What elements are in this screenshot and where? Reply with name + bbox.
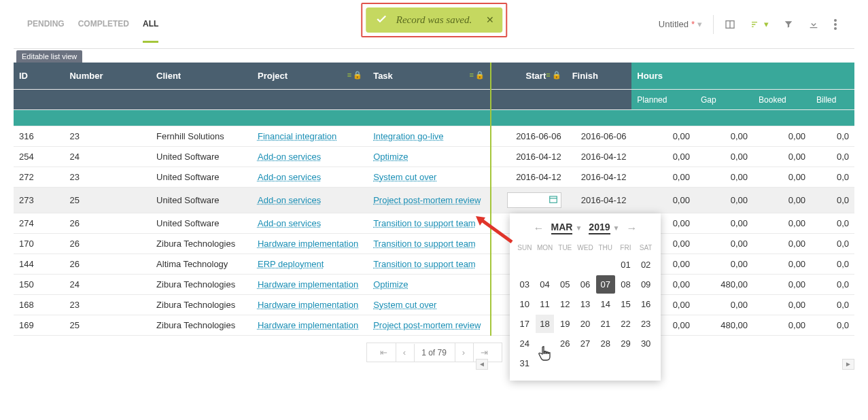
cell-id[interactable]: 273: [14, 188, 64, 213]
report-name-dropdown[interactable]: Untitled * ▾: [655, 15, 706, 33]
cell-number[interactable]: 24: [64, 275, 151, 295]
cell-number[interactable]: 23: [64, 167, 151, 188]
next-month-icon[interactable]: →: [626, 222, 637, 234]
cell-gap[interactable]: 0,00: [695, 213, 753, 234]
table-row[interactable]: 14426Altima TechnologyERP deploymentTran…: [14, 254, 854, 275]
calendar-day[interactable]: 23: [636, 315, 655, 333]
cell-gap[interactable]: 480,00: [695, 275, 753, 295]
cell-start[interactable]: 2016-04-12: [491, 167, 567, 188]
cell-gap[interactable]: 0,00: [695, 295, 753, 315]
cell-gap[interactable]: 0,00: [695, 234, 753, 254]
table-row[interactable]: 31623Fernhill SolutionsFinancial integra…: [14, 126, 854, 147]
cell-task[interactable]: Project post-mortem review: [368, 188, 491, 213]
month-select[interactable]: MAR▼: [551, 222, 583, 234]
calendar-day[interactable]: 13: [576, 295, 595, 313]
cell-number[interactable]: 23: [64, 126, 151, 147]
calendar-day[interactable]: 12: [555, 295, 574, 313]
calendar-day[interactable]: 28: [596, 334, 615, 353]
calendar-day[interactable]: 01: [617, 256, 636, 274]
cell-task[interactable]: Optimize: [368, 275, 491, 295]
cell-project[interactable]: ERP deployment: [252, 254, 368, 275]
calendar-day[interactable]: 15: [617, 295, 636, 313]
cell-id[interactable]: 254: [14, 147, 64, 167]
cell-id[interactable]: 274: [14, 213, 64, 234]
table-row[interactable]: 16925Zibura TechnologiesHardware impleme…: [14, 315, 854, 336]
cell-task[interactable]: Transition to support team: [368, 234, 491, 254]
cell-client[interactable]: Fernhill Solutions: [151, 126, 252, 147]
cell-billed[interactable]: 0,0: [811, 147, 854, 167]
cell-booked[interactable]: 0,00: [753, 254, 811, 275]
cell-billed[interactable]: 0,0: [811, 315, 854, 336]
cell-client[interactable]: Zibura Technologies: [151, 295, 252, 315]
cell-booked[interactable]: 0,00: [753, 147, 811, 167]
calendar-day[interactable]: 24: [515, 334, 534, 353]
table-row[interactable]: 17026Zibura TechnologiesHardware impleme…: [14, 234, 854, 254]
cell-client[interactable]: United Software: [151, 147, 252, 167]
calendar-day[interactable]: 18: [536, 315, 555, 333]
col-id[interactable]: ID: [14, 63, 64, 90]
calendar-day[interactable]: 27: [576, 334, 595, 353]
cell-task[interactable]: Integration go-live: [368, 126, 491, 147]
cell-number[interactable]: 23: [64, 295, 151, 315]
calendar-day[interactable]: 11: [536, 295, 555, 313]
calendar-icon[interactable]: [549, 194, 558, 206]
col-number[interactable]: Number: [64, 63, 151, 90]
start-date-input[interactable]: [507, 192, 561, 208]
cell-billed[interactable]: 0,0: [811, 254, 854, 275]
cell-number[interactable]: 25: [64, 315, 151, 336]
table-row[interactable]: 27426United SoftwareAdd-on servicesTrans…: [14, 213, 854, 234]
calendar-day[interactable]: 30: [636, 334, 655, 353]
cell-finish[interactable]: 2016-04-12: [567, 147, 632, 167]
cell-billed[interactable]: 0,0: [811, 167, 854, 188]
calendar-day[interactable]: 14: [596, 295, 615, 313]
cell-booked[interactable]: 0,00: [753, 234, 811, 254]
calendar-day[interactable]: 05: [555, 275, 574, 294]
calendar-day[interactable]: 07: [596, 275, 615, 294]
cell-gap[interactable]: 0,00: [695, 126, 753, 147]
cell-id[interactable]: 170: [14, 234, 64, 254]
col-billed[interactable]: Billed: [811, 90, 854, 110]
cell-id[interactable]: 144: [14, 254, 64, 275]
scroll-left-button[interactable]: ◄: [476, 359, 488, 362]
cell-task[interactable]: System cut over: [368, 167, 491, 188]
cell-number[interactable]: 25: [64, 188, 151, 213]
cell-planned[interactable]: 0,00: [631, 147, 695, 167]
cell-id[interactable]: 316: [14, 126, 64, 147]
cell-project[interactable]: Hardware implementation: [252, 234, 368, 254]
cell-planned[interactable]: 0,00: [631, 126, 695, 147]
cell-project[interactable]: Add-on services: [252, 188, 368, 213]
cell-booked[interactable]: 0,00: [753, 188, 811, 213]
cell-gap[interactable]: 0,00: [695, 254, 753, 275]
calendar-day[interactable]: 06: [576, 275, 595, 294]
table-row[interactable]: 27325United SoftwareAdd-on servicesProje…: [14, 188, 854, 213]
close-icon[interactable]: ✕: [486, 14, 494, 26]
table-row[interactable]: 15024Zibura TechnologiesHardware impleme…: [14, 275, 854, 295]
tab-pending[interactable]: PENDING: [27, 5, 65, 43]
calendar-day[interactable]: 21: [596, 315, 615, 333]
cell-gap[interactable]: 480,00: [695, 315, 753, 336]
cell-task[interactable]: Project post-mortem review: [368, 315, 491, 336]
cell-booked[interactable]: 0,00: [753, 213, 811, 234]
col-project[interactable]: Project≡🔒: [252, 63, 368, 90]
cell-billed[interactable]: 0,0: [811, 126, 854, 147]
scroll-right-button[interactable]: ►: [842, 359, 854, 362]
calendar-day[interactable]: 19: [555, 315, 574, 333]
sort-icon[interactable]: ▾: [746, 15, 773, 34]
cell-number[interactable]: 24: [64, 147, 151, 167]
cell-task[interactable]: Optimize: [368, 147, 491, 167]
cell-booked[interactable]: 0,00: [753, 167, 811, 188]
cell-id[interactable]: 150: [14, 275, 64, 295]
calendar-day[interactable]: 20: [576, 315, 595, 333]
col-start[interactable]: Start ≡🔒: [491, 63, 567, 90]
cell-client[interactable]: Zibura Technologies: [151, 234, 252, 254]
columns-icon[interactable]: [721, 15, 740, 34]
cell-task[interactable]: System cut over: [368, 295, 491, 315]
calendar-day[interactable]: 10: [515, 295, 534, 313]
cell-gap[interactable]: 0,00: [695, 147, 753, 167]
cell-number[interactable]: 26: [64, 234, 151, 254]
cell-project[interactable]: Hardware implementation: [252, 275, 368, 295]
calendar-day[interactable]: 26: [555, 334, 574, 353]
col-planned[interactable]: Planned: [631, 90, 695, 110]
calendar-day[interactable]: 08: [617, 275, 636, 294]
cell-project[interactable]: Add-on services: [252, 213, 368, 234]
